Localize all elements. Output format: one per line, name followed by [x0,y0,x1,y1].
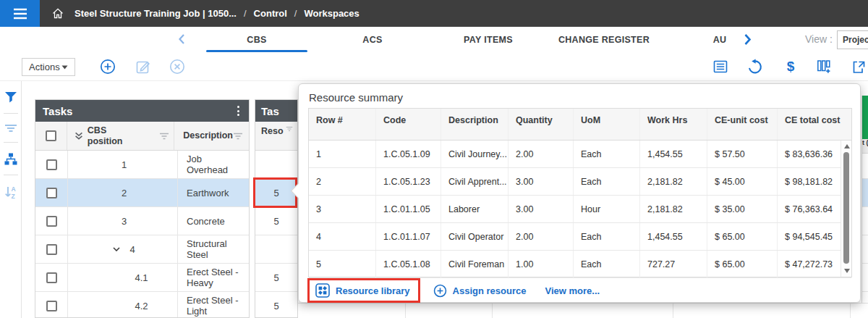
currency-button[interactable]: $ [783,59,799,75]
table-row[interactable]: 1 Job Overhead [35,151,249,179]
cbs-position-cell: 2 [68,179,178,206]
app-screen: Steel Structure Training Job | 1050... /… [0,0,868,318]
popup-col-work-hrs: Work Hrs [640,109,707,140]
popup-col-ce-unit-cost: CE-unit cost [707,109,778,140]
cbs-position-cell: 4.2 [68,292,178,318]
tab-cbs[interactable]: CBS [199,27,315,52]
scrollbar-thumb[interactable] [843,152,849,264]
resource-library-button[interactable]: Resource library [315,283,410,298]
sort-az-button[interactable]: AZ [4,185,17,199]
table-row[interactable]: 4.2 Erect Steel - Light [35,292,249,318]
description-cell: Structural Steel [178,238,249,260]
popup-table-row: 5 1.C.05.1.08 Civil Foreman 1.00 Each 72… [309,251,851,278]
breadcrumb-job[interactable]: Steel Structure Training Job | 1050... [75,8,237,19]
description-cell: Job Overhead [178,154,249,175]
row-checkbox[interactable] [46,188,57,198]
row-checkbox[interactable] [46,301,57,311]
description-cell: Earthwork [178,188,249,198]
popup-col-quantity: Quantity [509,109,574,140]
table-row[interactable]: 3 Concrete [35,207,249,235]
tab-bar: CBS ACS PAY ITEMS CHANGE REGISTER AU Vie… [0,27,868,52]
popup-col-description: Description [441,109,509,140]
tab-pay-items[interactable]: PAY ITEMS [430,27,546,52]
popup-scrollbar[interactable] [841,141,851,277]
table-row[interactable]: 4 Structural Steel [35,235,249,264]
cancel-button[interactable] [169,59,185,75]
filter-lines-icon [4,124,17,133]
resource-count-cell[interactable] [255,151,297,179]
breadcrumb-control[interactable]: Control [254,8,287,19]
row-checkbox[interactable] [46,272,57,283]
column-header-cbs-position[interactable]: CBS position [67,122,174,150]
clipped-column-header: t ( [862,139,868,154]
collapse-all-icon[interactable] [75,132,83,140]
kebab-menu-icon[interactable] [235,104,242,118]
popup-col-code: Code [376,109,441,140]
popup-col-uom: UoM [574,109,640,140]
column-header-description[interactable]: Description [174,122,249,150]
actions-button[interactable]: Actions [22,58,75,76]
expand-chevron-icon[interactable] [113,247,120,251]
row-checkbox[interactable] [46,216,57,227]
view-label: View : [805,33,833,45]
undo-button[interactable] [747,59,763,75]
column-filter-icon[interactable] [286,126,293,132]
assign-resource-button[interactable]: Assign resource [433,284,527,298]
resource-count-cell-selected[interactable]: 5 [255,179,297,207]
toolbar: Actions $ [0,52,868,81]
currency-icon: $ [787,59,795,74]
breadcrumb: Steel Structure Training Job | 1050... /… [75,8,359,19]
resource-summary-table: Row # Code Description Quantity UoM Work… [308,108,852,277]
scroll-up-icon[interactable] [844,144,850,148]
column-filter-icon[interactable] [159,133,169,140]
column-filter-icon[interactable] [233,133,243,140]
home-button[interactable] [52,8,64,19]
add-circle-icon [433,284,447,298]
view-summary-button[interactable] [712,59,728,75]
breadcrumb-workspaces[interactable]: Workspaces [304,8,359,19]
cbs-position-cell: 1 [68,151,178,178]
tabs-scroll-left-icon[interactable] [178,33,185,48]
tab-acs[interactable]: ACS [315,27,430,52]
row-checkbox[interactable] [46,244,57,255]
export-button[interactable] [851,59,867,75]
resource-count-cell[interactable]: 5 [255,292,297,318]
breadcrumb-separator: / [244,8,247,19]
filter-lines-button[interactable] [4,124,17,133]
caret-down-icon [61,65,68,70]
description-cell: Erect Steel - Heavy [178,267,249,288]
row-checkbox[interactable] [46,159,57,170]
scroll-down-icon[interactable] [844,269,850,273]
svg-text:A: A [11,185,15,193]
popup-col-row-number: Row # [309,109,376,140]
add-column-button[interactable] [816,59,832,75]
view-select[interactable]: Project c [837,30,868,49]
filter-button[interactable] [4,91,17,104]
tasks-panel-header: Tasks [35,100,249,122]
cbs-position-cell: 4.1 [68,264,178,291]
resource-count-cell[interactable]: 5 [255,207,297,235]
tab-change-register[interactable]: CHANGE REGISTER [546,27,662,52]
column-header-resources[interactable]: Reso [255,122,297,151]
resource-summary-popup: Resource summary Row # Code Description … [298,83,861,303]
table-row-selected[interactable]: 2 Earthwork [35,179,249,207]
home-icon [52,8,64,19]
add-row-button[interactable] [100,59,116,75]
tasks-column-header: CBS position Description [35,122,249,151]
rail-divider [4,142,18,143]
tab-audit[interactable]: AU [662,27,778,52]
add-column-icon [816,59,832,75]
edit-icon [135,59,151,75]
table-row[interactable]: 4.1 Erect Steel - Heavy [35,264,249,292]
cancel-circle-icon [169,59,185,75]
resource-count-cell[interactable]: 5 [255,264,297,292]
hierarchy-button[interactable] [4,153,17,165]
cbs-position-cell: 3 [68,207,178,235]
underlying-table-edge: t ( [861,96,868,318]
tabs-scroll-right-icon[interactable] [744,33,752,49]
edit-button[interactable] [135,59,151,75]
hamburger-menu-button[interactable] [0,0,40,27]
view-more-link[interactable]: View more... [545,285,600,296]
resource-count-cell[interactable] [255,235,297,264]
select-all-checkbox[interactable] [46,130,56,141]
